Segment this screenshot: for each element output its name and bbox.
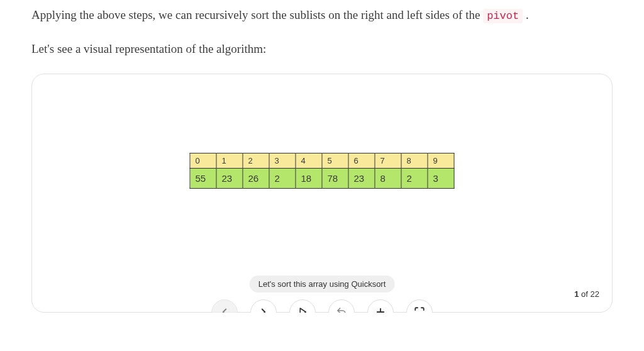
value-cell: 78 [322,169,348,189]
value-cell: 55 [190,169,216,189]
zoom-button[interactable] [367,299,394,313]
fullscreen-icon [414,306,425,313]
index-cell: 5 [322,153,348,169]
value-cell: 2 [269,169,296,189]
caption-bubble: Let's sort this array using Quicksort [250,276,395,292]
chevron-right-icon [258,306,269,313]
index-row: 0 1 2 3 4 5 6 7 8 9 [190,153,454,169]
chevron-left-icon [219,306,230,313]
index-cell: 6 [348,153,375,169]
index-cell: 9 [428,153,454,169]
plus-icon [375,306,386,313]
svg-marker-0 [300,308,306,313]
index-cell: 2 [243,153,269,169]
index-cell: 0 [190,153,216,169]
page-total: 22 [591,289,599,299]
prev-button[interactable] [211,299,238,313]
index-cell: 7 [375,153,401,169]
pivot-code: pivot [483,9,523,23]
value-cell: 8 [375,169,401,189]
undo-icon [336,306,347,313]
next-button[interactable] [250,299,277,313]
intro-text-a: Applying the above steps, we can recursi… [31,8,483,21]
value-cell: 18 [296,169,322,189]
reset-button[interactable] [328,299,355,313]
intro-paragraph-2: Let's see a visual representation of the… [31,40,613,58]
value-row: 55 23 26 2 18 78 23 8 2 3 [190,169,454,189]
intro-text-b: . [523,8,529,21]
array-visualization: 0 1 2 3 4 5 6 7 8 9 55 23 26 2 18 78 23 … [190,153,455,189]
value-cell: 26 [243,169,269,189]
value-cell: 2 [401,169,428,189]
fullscreen-button[interactable] [406,299,433,313]
value-cell: 23 [348,169,375,189]
index-cell: 1 [216,153,243,169]
value-cell: 23 [216,169,243,189]
play-button[interactable] [289,299,316,313]
index-cell: 3 [269,153,296,169]
index-cell: 4 [296,153,322,169]
visualization-container: 0 1 2 3 4 5 6 7 8 9 55 23 26 2 18 78 23 … [31,74,613,313]
page-of-text: of [579,289,590,299]
index-cell: 8 [401,153,428,169]
value-cell: 3 [428,169,454,189]
array-table: 0 1 2 3 4 5 6 7 8 9 55 23 26 2 18 78 23 … [190,153,455,189]
controls-bar [211,299,433,313]
play-icon [297,306,308,313]
intro-paragraph-1: Applying the above steps, we can recursi… [31,6,613,25]
page-indicator: 1 of 22 [574,289,599,299]
